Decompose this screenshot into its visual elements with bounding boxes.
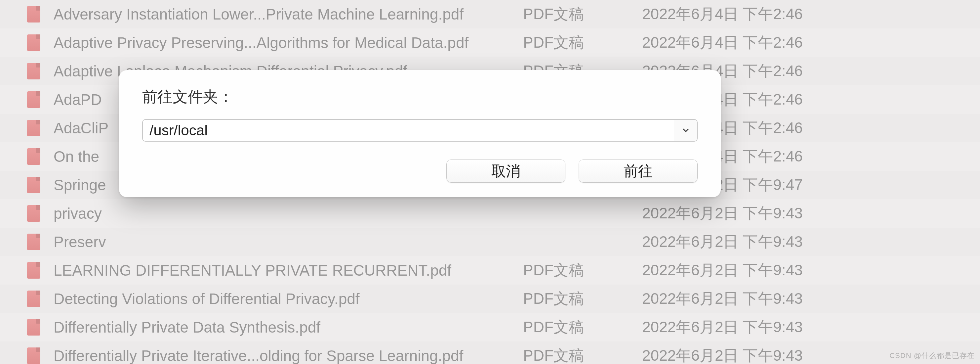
pdf-file-icon bbox=[24, 120, 44, 136]
file-row[interactable]: LEARNING DIFFERENTIALLY PRIVATE RECURREN… bbox=[0, 256, 980, 284]
dialog-label: 前往文件夹： bbox=[142, 87, 698, 107]
file-kind: PDF文稿 bbox=[523, 32, 642, 53]
path-input-wrap bbox=[142, 119, 698, 142]
pdf-file-icon bbox=[24, 291, 44, 307]
file-date: 2022年6月4日 下午2:46 bbox=[642, 32, 980, 53]
file-date: 2022年6月2日 下午9:43 bbox=[642, 260, 980, 281]
file-name: LEARNING DIFFERENTIALLY PRIVATE RECURREN… bbox=[44, 262, 523, 279]
file-date: 2022年6月2日 下午9:43 bbox=[642, 203, 980, 224]
file-kind: PDF文稿 bbox=[523, 4, 642, 24]
file-row[interactable]: Adaptive Privacy Preserving...Algorithms… bbox=[0, 29, 980, 57]
pdf-file-icon bbox=[24, 348, 44, 364]
pdf-file-icon bbox=[24, 148, 44, 165]
pdf-file-icon bbox=[24, 91, 44, 108]
pdf-file-icon bbox=[24, 319, 44, 335]
file-row[interactable]: Adversary Instantiation Lower...Private … bbox=[0, 0, 980, 29]
pdf-file-icon bbox=[24, 6, 44, 22]
file-name: Differentially Private Data Synthesis.pd… bbox=[44, 318, 523, 336]
file-date: 2022年6月2日 下午9:43 bbox=[642, 231, 980, 252]
file-name: Differentially Private Iterative...oldin… bbox=[44, 347, 523, 364]
cancel-button[interactable]: 取消 bbox=[446, 160, 565, 183]
file-row[interactable]: privacy2022年6月2日 下午9:43 bbox=[0, 199, 980, 228]
file-row[interactable]: Differentially Private Data Synthesis.pd… bbox=[0, 313, 980, 342]
history-dropdown-button[interactable] bbox=[674, 120, 697, 141]
file-name: Adversary Instantiation Lower...Private … bbox=[44, 5, 523, 23]
file-row[interactable]: Differentially Private Iterative...oldin… bbox=[0, 342, 980, 364]
path-input[interactable] bbox=[143, 120, 674, 141]
file-date: 2022年6月4日 下午2:46 bbox=[642, 4, 980, 24]
file-date: 2022年6月2日 下午9:43 bbox=[642, 317, 980, 337]
file-kind: PDF文稿 bbox=[523, 260, 642, 281]
pdf-file-icon bbox=[24, 205, 44, 222]
file-kind: PDF文稿 bbox=[523, 345, 642, 364]
file-row[interactable]: Detecting Violations of Differential Pri… bbox=[0, 284, 980, 313]
file-row[interactable]: Preserv2022年6月2日 下午9:43 bbox=[0, 228, 980, 256]
watermark: CSDN @什么都是已存在 bbox=[889, 351, 975, 361]
file-name: Preserv bbox=[44, 233, 523, 251]
pdf-file-icon bbox=[24, 177, 44, 193]
file-name: privacy bbox=[44, 204, 523, 222]
file-name: Detecting Violations of Differential Pri… bbox=[44, 290, 523, 308]
pdf-file-icon bbox=[24, 262, 44, 279]
file-kind: PDF文稿 bbox=[523, 289, 642, 309]
pdf-file-icon bbox=[24, 34, 44, 51]
go-to-folder-dialog: 前往文件夹： 取消 前往 bbox=[119, 70, 721, 197]
file-date: 2022年6月2日 下午9:43 bbox=[642, 289, 980, 309]
dialog-buttons: 取消 前往 bbox=[142, 160, 698, 183]
file-kind: PDF文稿 bbox=[523, 317, 642, 337]
file-name: Adaptive Privacy Preserving...Algorithms… bbox=[44, 34, 523, 52]
chevron-down-icon bbox=[681, 126, 690, 135]
pdf-file-icon bbox=[24, 234, 44, 250]
go-button[interactable]: 前往 bbox=[579, 160, 698, 183]
pdf-file-icon bbox=[24, 63, 44, 80]
